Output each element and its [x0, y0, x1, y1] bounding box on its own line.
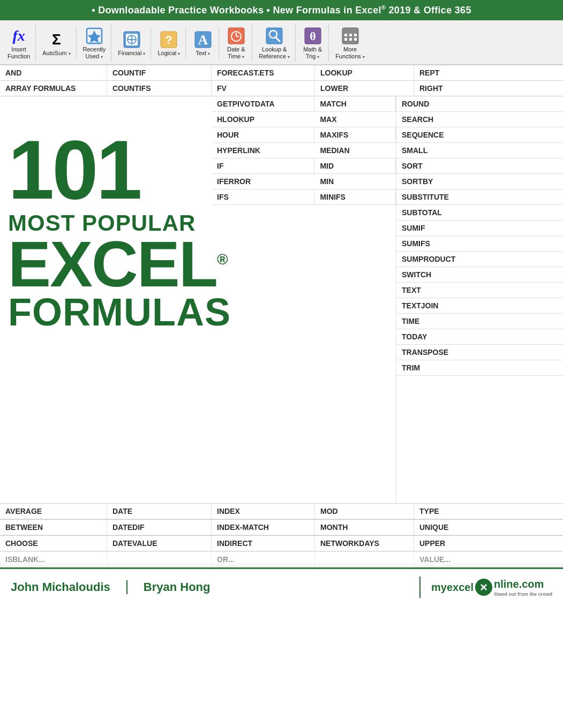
func-lower[interactable]: LOWER	[315, 81, 414, 96]
func-index[interactable]: INDEX	[212, 504, 315, 519]
logical-button[interactable]: ? Logical ▾	[152, 27, 186, 59]
func-median[interactable]: MEDIAN	[314, 143, 396, 158]
func-sequence[interactable]: SEQUENCE	[396, 127, 563, 143]
myexcel-logo: myexcel nline.com Stand out from the cro…	[431, 578, 552, 597]
func-right[interactable]: RIGHT	[414, 81, 563, 96]
func-hlookup[interactable]: HLOOKUP	[212, 112, 314, 127]
text-icon: A	[193, 29, 213, 50]
func-match[interactable]: MATCH	[314, 96, 396, 112]
author2-name: Bryan Hong	[144, 580, 211, 594]
logo-x-circle	[475, 579, 492, 596]
func-trim[interactable]: TRIM	[396, 360, 563, 376]
func-hyperlink[interactable]: HYPERLINK	[212, 143, 314, 158]
func-countif[interactable]: COUNTIF	[107, 65, 212, 80]
insert-function-button[interactable]: fx InsertFunction	[2, 24, 36, 62]
mid-col4-funcs: MATCH MAX MAXIFS MEDIAN MID MIN MINIFS	[314, 96, 396, 205]
sigma-icon: Σ	[46, 29, 66, 50]
func-datedif[interactable]: DATEDIF	[107, 520, 212, 535]
func-mid[interactable]: MID	[314, 158, 396, 174]
func-row-1: AND COUNTIF FORECAST.ETS LOOKUP REPT	[0, 65, 563, 81]
func-textjoin[interactable]: TEXTJOIN	[396, 298, 563, 314]
func-between[interactable]: BETWEEN	[0, 520, 107, 535]
func-sort[interactable]: SORT	[396, 158, 563, 174]
right-col-area: ROUND SEARCH SEQUENCE SMALL SORT SORTBY …	[396, 96, 563, 503]
svg-rect-22	[349, 34, 352, 36]
func-transpose[interactable]: TRANSPOSE	[396, 345, 563, 360]
func-maxifs[interactable]: MAXIFS	[314, 127, 396, 143]
func-subtotal[interactable]: SUBTOTAL	[396, 205, 563, 221]
text-button[interactable]: A Text ▾	[187, 27, 219, 59]
svg-rect-25	[349, 38, 352, 41]
func-countifs[interactable]: COUNTIFS	[107, 81, 212, 96]
func-time[interactable]: TIME	[396, 314, 563, 329]
top-func-rows: AND COUNTIF FORECAST.ETS LOOKUP REPT ARR…	[0, 65, 563, 96]
book-excel: EXCEL®	[8, 235, 396, 293]
more-functions-button[interactable]: MoreFunctions ▾	[330, 24, 370, 62]
more-functions-icon	[340, 26, 361, 46]
financial-icon	[122, 29, 142, 50]
func-average[interactable]: AVERAGE	[0, 504, 107, 519]
math-trig-label: Math &Trig ▾	[303, 46, 322, 60]
func-array-formulas[interactable]: ARRAY FORMULAS	[0, 81, 107, 96]
author2-block: Bryan Hong	[144, 580, 211, 594]
func-hour[interactable]: HOUR	[212, 127, 314, 143]
main-layout: AND COUNTIF FORECAST.ETS LOOKUP REPT ARR…	[0, 65, 563, 605]
func-mod[interactable]: MOD	[315, 504, 414, 519]
func-index-match[interactable]: INDEX-MATCH	[212, 520, 315, 535]
func-placeholder1	[107, 552, 212, 567]
func-today[interactable]: TODAY	[396, 329, 563, 345]
date-time-button[interactable]: Date &Time ▾	[220, 24, 252, 62]
func-networkdays[interactable]: NETWORKDAYS	[315, 536, 414, 551]
insert-function-label: InsertFunction	[7, 46, 30, 60]
func-sortby[interactable]: SORTBY	[396, 174, 563, 189]
func-rept[interactable]: REPT	[414, 65, 563, 80]
recently-used-icon	[84, 26, 104, 46]
func-fv[interactable]: FV	[212, 81, 315, 96]
recently-used-label: RecentlyUsed ▾	[83, 46, 106, 60]
financial-button[interactable]: Financial ▾	[112, 27, 151, 59]
func-round[interactable]: ROUND	[396, 96, 563, 112]
func-type[interactable]: TYPE	[414, 504, 563, 519]
func-min[interactable]: MIN	[314, 174, 396, 189]
page-wrapper: • Downloadable Practice Workbooks • New …	[0, 0, 563, 605]
svg-text:A: A	[198, 32, 208, 48]
logo-pre: myexcel	[431, 581, 474, 594]
bottom-row-1: AVERAGE DATE INDEX MOD TYPE	[0, 503, 563, 519]
func-forecast-ets[interactable]: FORECAST.ETS	[212, 65, 315, 80]
bottom-row-4: ISBLANK... OR... VALUE...	[0, 551, 563, 567]
func-max[interactable]: MAX	[314, 112, 396, 127]
mid-func-wrapper: GETPIVOTDATA HLOOKUP HOUR HYPERLINK IF I…	[212, 96, 396, 205]
func-and[interactable]: AND	[0, 65, 107, 80]
autosum-button[interactable]: Σ AutoSum ▾	[37, 27, 76, 59]
func-minifs[interactable]: MINIFS	[314, 189, 396, 205]
logical-icon: ?	[159, 29, 179, 50]
func-small[interactable]: SMALL	[396, 143, 563, 158]
func-date[interactable]: DATE	[107, 504, 212, 519]
func-upper[interactable]: UPPER	[414, 536, 563, 551]
func-text[interactable]: TEXT	[396, 283, 563, 298]
func-sumifs[interactable]: SUMIFS	[396, 236, 563, 252]
func-datevalue[interactable]: DATEVALUE	[107, 536, 212, 551]
func-sumproduct[interactable]: SUMPRODUCT	[396, 252, 563, 267]
math-trig-button[interactable]: θ Math &Trig ▾	[297, 24, 329, 62]
recently-used-button[interactable]: RecentlyUsed ▾	[78, 24, 112, 62]
lookup-reference-button[interactable]: Lookup &Reference ▾	[253, 24, 296, 62]
func-placeholder2	[315, 552, 414, 567]
func-switch[interactable]: SWITCH	[396, 267, 563, 283]
func-sumif[interactable]: SUMIF	[396, 221, 563, 236]
func-lookup[interactable]: LOOKUP	[315, 65, 414, 80]
func-search[interactable]: SEARCH	[396, 112, 563, 127]
func-iferror[interactable]: IFERROR	[212, 174, 314, 189]
func-month[interactable]: MONTH	[315, 520, 414, 535]
svg-text:?: ?	[166, 33, 172, 47]
func-substitute[interactable]: SUBSTITUTE	[396, 189, 563, 205]
func-value[interactable]: VALUE...	[414, 552, 563, 567]
func-indirect[interactable]: INDIRECT	[212, 536, 315, 551]
func-or[interactable]: OR...	[212, 552, 315, 567]
func-unique[interactable]: UNIQUE	[414, 520, 563, 535]
func-choose[interactable]: CHOOSE	[0, 536, 107, 551]
func-if[interactable]: IF	[212, 158, 314, 174]
func-getpivotdata[interactable]: GETPIVOTDATA	[212, 96, 314, 112]
func-isblank[interactable]: ISBLANK...	[0, 552, 107, 567]
func-ifs[interactable]: IFS	[212, 189, 314, 205]
